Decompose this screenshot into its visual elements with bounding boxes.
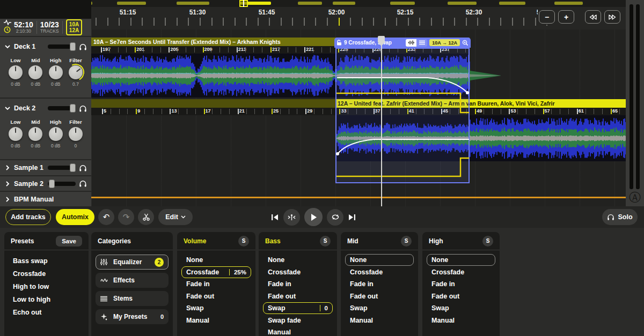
bpm-manual-row[interactable]: BPM Manual	[0, 192, 91, 206]
minimap-segment[interactable]	[333, 2, 355, 5]
skip-to-start-icon[interactable]	[271, 213, 279, 221]
preset-item[interactable]: Bass swap	[4, 255, 89, 267]
mode-option-manual[interactable]: Manual	[345, 315, 414, 326]
headphones-icon[interactable]	[79, 164, 87, 172]
mode-option-crossfade[interactable]: Crossfade25%	[181, 266, 251, 278]
category-stems[interactable]: Stems	[96, 291, 169, 306]
mode-option-label: None	[186, 256, 246, 264]
deck1-volume-slider[interactable]	[48, 44, 76, 49]
zoom-out-button[interactable]: −	[539, 10, 555, 24]
mode-option-crossfade[interactable]: Crossfade	[263, 266, 333, 278]
minimap-segment[interactable]	[177, 2, 209, 5]
add-tracks-button[interactable]: Add tracks	[5, 209, 51, 225]
chevron-right-icon[interactable]	[4, 196, 11, 203]
solo-button[interactable]: Solo	[602, 209, 638, 225]
minimap-segment[interactable]	[554, 2, 583, 5]
mode-option-fade-out[interactable]: Fade out	[263, 290, 333, 302]
automix-button[interactable]: Automix	[56, 209, 94, 225]
mode-option-none[interactable]: None	[427, 254, 495, 266]
waveform-view-button[interactable]	[406, 39, 416, 47]
deck1-mid-knob[interactable]	[28, 65, 42, 79]
go-to-mix-button[interactable]	[283, 209, 300, 226]
mode-option-swap[interactable]: Swap	[427, 302, 495, 314]
loop-button[interactable]	[327, 209, 343, 226]
mode-option-fade-out[interactable]: Fade out	[427, 290, 495, 302]
headphones-icon[interactable]	[79, 180, 87, 188]
mode-option-swap-fade[interactable]: Swap fade	[263, 315, 333, 326]
undo-button[interactable]: ↶	[98, 209, 114, 225]
chevron-down-icon[interactable]	[4, 105, 11, 111]
crossfade-region[interactable]	[335, 48, 470, 183]
skip-forward-button[interactable]	[604, 10, 620, 24]
minimap-segment[interactable]	[390, 2, 415, 5]
deck2-low-knob[interactable]	[9, 127, 23, 141]
headphones-icon[interactable]	[79, 104, 87, 113]
sample1-volume-slider[interactable]	[48, 166, 76, 170]
track-area[interactable]: 10A – Se7en Seconds Until Transfer (Exte…	[91, 29, 626, 206]
minimap-segment[interactable]	[448, 2, 477, 5]
mode-option-manual[interactable]: Manual	[181, 315, 251, 326]
category-effects[interactable]: Effects	[96, 273, 169, 288]
preset-item[interactable]: Echo out	[4, 306, 89, 319]
mode-option-none[interactable]: None	[263, 254, 333, 266]
mode-option-swap[interactable]: Swap	[181, 302, 251, 314]
deck2-volume-slider[interactable]	[48, 106, 76, 110]
mode-option-none[interactable]: None	[345, 254, 414, 266]
mode-option-fade-in[interactable]: Fade in	[263, 278, 333, 290]
sample1-row[interactable]: Sample 1	[0, 160, 91, 176]
mode-option-fade-in[interactable]: Fade in	[181, 278, 251, 290]
split-button[interactable]	[138, 209, 154, 225]
category-equalizer[interactable]: Equalizer2	[96, 255, 169, 270]
sample2-row[interactable]: Sample 2	[0, 176, 91, 192]
category-my-presets[interactable]: My Presets0	[96, 309, 169, 324]
beat-number: 21	[239, 108, 245, 114]
minimap-segment[interactable]	[499, 2, 525, 5]
mode-option-manual[interactable]: Manual	[427, 315, 495, 326]
preset-item[interactable]: High to low	[4, 280, 89, 293]
high-solo-button[interactable]: S	[482, 236, 493, 247]
beat-tick	[212, 109, 213, 114]
list-view-button[interactable]	[416, 39, 427, 47]
edit-menu-button[interactable]: Edit	[158, 209, 193, 225]
set-minimap[interactable]	[0, 0, 626, 7]
deck1-filter-knob[interactable]	[69, 65, 83, 79]
beat-tick	[586, 109, 586, 114]
minimap-segment[interactable]	[117, 2, 146, 5]
mid-solo-button[interactable]: S	[401, 236, 412, 247]
sample2-volume-slider[interactable]	[48, 182, 76, 186]
mode-option-fade-in[interactable]: Fade in	[427, 278, 495, 290]
volume-solo-button[interactable]: S	[238, 236, 249, 247]
mode-option-none[interactable]: None	[181, 254, 251, 266]
play-button[interactable]	[304, 208, 323, 226]
deck2-mid-knob[interactable]	[28, 127, 42, 141]
mode-option-swap[interactable]: Swap0	[263, 302, 333, 314]
mode-option-swap[interactable]: Swap	[345, 302, 414, 314]
mode-option-fade-in[interactable]: Fade in	[345, 278, 414, 290]
headphones-icon[interactable]	[79, 43, 87, 51]
crossfade-header[interactable]: 9 Crossfade, Swap 10A → 12A	[334, 38, 471, 48]
mode-option-fade-out[interactable]: Fade out	[345, 290, 414, 302]
deck1-low-knob[interactable]	[9, 65, 23, 79]
zoom-in-button[interactable]: +	[558, 10, 574, 24]
mode-option-crossfade[interactable]: Crossfade	[345, 266, 414, 278]
chevron-down-icon[interactable]	[4, 43, 11, 50]
chevron-right-icon[interactable]	[4, 181, 11, 187]
preset-item[interactable]: Low to high	[4, 293, 89, 306]
chevron-right-icon[interactable]	[4, 165, 11, 171]
time-ruler[interactable]: 51:1551:3051:4552:0052:1552:3052:45 − +	[91, 7, 626, 29]
mode-option-crossfade[interactable]: Crossfade	[427, 266, 495, 278]
deck2-high-knob[interactable]	[49, 127, 63, 141]
deck1-high-knob[interactable]	[49, 65, 63, 79]
mode-option-fade-out[interactable]: Fade out	[181, 290, 251, 302]
preset-item[interactable]: Crossfade	[4, 267, 89, 280]
redo-button[interactable]: ↷	[118, 209, 134, 225]
autogain-icon[interactable]: Ⓐ	[626, 191, 644, 204]
save-preset-button[interactable]: Save	[56, 236, 82, 247]
minimap-segment[interactable]	[298, 2, 322, 5]
skip-back-button[interactable]	[585, 10, 601, 24]
mode-option-manual[interactable]: Manual	[263, 326, 333, 336]
deck2-filter-knob[interactable]	[69, 127, 83, 141]
skip-to-end-icon[interactable]	[348, 213, 356, 221]
zoom-to-mix-icon[interactable]	[462, 40, 469, 46]
bass-solo-button[interactable]: S	[320, 236, 331, 247]
